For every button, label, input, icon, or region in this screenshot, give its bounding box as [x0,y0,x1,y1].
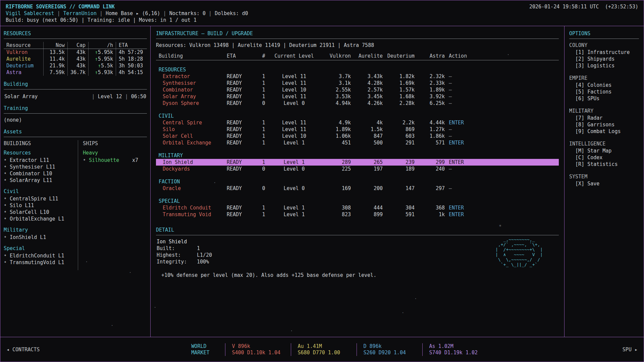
menu-item-spus[interactable]: [6] SPUs [569,95,639,102]
enter-action[interactable]: ENTER [447,159,559,166]
infra-row-transmuting-void[interactable]: Transmuting VoidREADY1Level 18238995911k… [156,211,559,218]
menu-item-statistics[interactable]: [R] Statistics [569,161,639,168]
asset-label: SolarCell L10 [10,209,49,216]
infra-row-combinator[interactable]: CombinatorREADY1Level 102.55k2.57k1.57k1… [156,86,559,93]
building-queue-item: Solar Array | Level 12 | 06:50 [4,93,147,100]
options-group-system: SYSTEM[X] Save [569,173,639,187]
cost-deuterium: 1.69k [385,80,417,86]
menu-item-logistics[interactable]: [3] Logistics [569,62,639,69]
building-name: Solar Array [156,93,225,100]
infra-row-extractor[interactable]: ExtractorREADY1Level 113.7k3.43k1.82k2.3… [156,73,559,80]
menu-label: Codex [587,155,602,161]
building-count: 1 [257,86,271,93]
menu-key: [5] [575,89,587,95]
wallet-line: Resources: Vulkron 13498 | Aurelite 1141… [156,42,559,49]
building-eta: READY [225,133,257,139]
options-group-title: INTELLIGENCE [569,140,639,147]
building-count: 1 [257,80,271,86]
infra-row-orbital-exchange[interactable]: Orbital ExchangeREADY1Level 145150029157… [156,139,559,146]
building-item: • Combinator L10 [4,170,75,177]
contracts-nav[interactable]: ◂ CONTRACTS [6,346,40,353]
cost-vulkron: 4.94k [318,100,353,107]
building-level: Level 1 [271,159,318,166]
menu-key: [8] [575,122,587,128]
building-level: Level 11 [271,80,318,86]
resources-col-eta: ETA [116,42,147,49]
bullet-icon: • [4,164,10,170]
infra-row-solar-array[interactable]: Solar ArrayREADY1Level 113.53k3.45k1.68k… [156,93,559,100]
menu-label: Colonies [587,82,611,88]
enter-action[interactable]: ENTER [447,119,559,126]
options-group-colony: COLONY[1] Infrastructure[2] Shipyards[3]… [569,42,639,69]
infra-row-solar-cell[interactable]: Solar CellREADY1Level 101.06k8476031.86k… [156,133,559,139]
cost-deuterium: 147 [385,185,417,192]
status-part-dolbeks: Dolbeks: d0 [215,10,248,16]
building-count: 1 [257,159,271,166]
infra-col-: # [257,53,271,59]
menu-item-combat-logs[interactable]: [9] Combat Logs [569,128,639,135]
infra-row-synthesiser[interactable]: SynthesiserREADY1Level 113.1k4.28k1.69k2… [156,80,559,86]
stat-label: Highest: [157,252,197,258]
menu-item-codex[interactable]: [C] Codex [569,154,639,161]
world-label: WORLD [191,343,209,350]
menu-item-colonies[interactable]: [4] Colonies [569,82,639,88]
enter-action[interactable]: ENTER [447,139,559,146]
building-name: Orbital Exchange [156,139,225,146]
status-separator: | [206,10,215,16]
menu-item-shipyards[interactable]: [2] Shipyards [569,56,639,62]
menu-item-save[interactable]: [X] Save [569,180,639,187]
menu-item-star-map[interactable]: [M] Star Map [569,147,639,154]
infra-row-dyson-sphere[interactable]: Dyson SphereREADY0Level 04.94k4.26k2.28k… [156,100,559,107]
resources-col-h: /h [88,42,116,49]
app-title: RIFTBORNE SOVEREIGNS // COMMAND LINK [6,3,115,10]
menu-item-infrastructure[interactable]: [1] Infrastructure [569,49,639,56]
infra-row-ion-shield[interactable]: Ion ShieldREADY1Level 1289265239299ENTER [156,159,559,166]
menu-item-radar[interactable]: [7] Radar [569,115,639,121]
options-group-title: MILITARY [569,108,639,114]
building-eta: READY [225,100,257,107]
options-group-title: SYSTEM [569,173,639,180]
menu-item-garrisons[interactable]: [8] Garrisons [569,121,639,128]
up-arrow-icon: ↑ [98,63,101,69]
building-item: • Extractor L11 [4,157,75,164]
infra-row-oracle[interactable]: OracleREADY0Level 0169200147297– [156,185,559,192]
building-name: Silo [156,126,225,133]
ticker-detail: S680 D770 1.00 [298,350,357,356]
infra-row-central-spire[interactable]: Central SpireREADY1Level 114.9k4k2.2k4.4… [156,119,559,126]
cost-aurelite: 265 [353,159,385,166]
up-arrow-icon: ↑ [95,56,98,62]
resource-eta: 4h 54:15 [116,69,147,76]
building-count: 1 [257,119,271,126]
cost-aurelite: 4k [353,119,385,126]
asset-label: OrbitalExchange L1 [10,216,64,222]
asset-group-heavy: Heavy• Silhouettex7 [83,149,147,164]
infrastructure-panel: INFRASTRUCTURE – BUILD / UPGRADE Resourc… [151,26,564,337]
options-group-intelligence: INTELLIGENCE[M] Star Map[C] Codex[R] Sta… [569,140,639,168]
resources-col-cap: Cap [67,42,88,49]
cost-aurelite: 4.26k [353,100,385,107]
ship-item: • Silhouettex7 [83,157,147,164]
cost-vulkron: 1.89k [318,126,353,133]
building-count: 1 [257,139,271,146]
resource-eta: 4h 57:29 [116,49,147,56]
infra-row-eldritch-conduit[interactable]: Eldritch ConduitREADY1Level 130844430436… [156,204,559,211]
building-eta: READY [225,73,257,80]
building-name: Dockyards [156,166,225,172]
cost-aurelite: 4.28k [353,80,385,86]
up-arrow-icon: ↑ [95,49,98,55]
cost-deuterium: 2.28k [385,100,417,107]
detail-description: +10% defense per level (max 20). Also ad… [157,272,559,279]
enter-action[interactable]: ENTER [447,204,559,211]
enter-action[interactable]: ENTER [447,211,559,218]
building-count: 0 [257,100,271,107]
cost-astra: 571 [417,139,447,146]
menu-item-factions[interactable]: [5] Factions [569,88,639,95]
cost-deuterium: 869 [385,126,417,133]
resources-col-resource: Resource [4,42,43,49]
infrastructure-title: INFRASTRUCTURE – BUILD / UPGRADE [156,30,559,39]
spu-nav[interactable]: SPU ▸ [623,346,638,353]
building-level: Level 11 [271,93,318,100]
infra-row-silo[interactable]: SiloREADY1Level 111.89k1.5k8691.27k– [156,126,559,133]
infra-row-dockyards[interactable]: DockyardsREADY0Level 0225197189240– [156,166,559,172]
infra-col-vulkron: Vulkron [318,53,353,59]
